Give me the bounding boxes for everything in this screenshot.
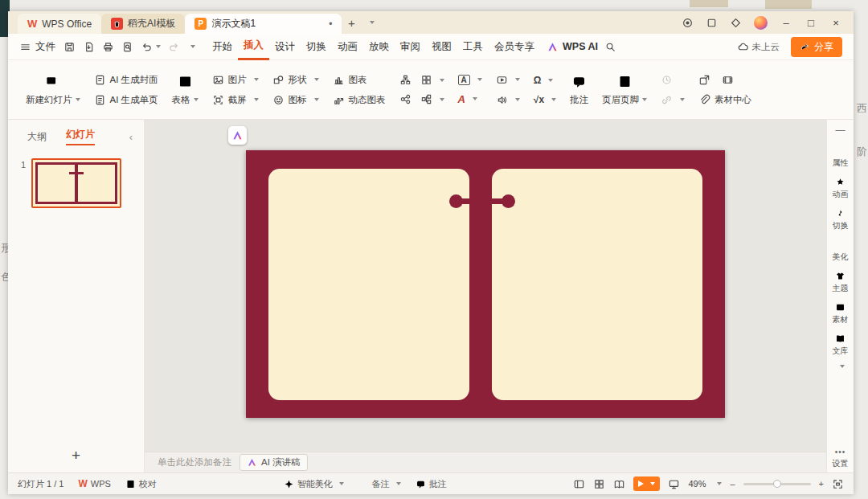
date-time-icon[interactable] xyxy=(661,74,673,86)
relation-diagram-icon[interactable] xyxy=(399,93,411,105)
sidebar-more-chevron[interactable] xyxy=(840,365,845,368)
play-slideshow-button[interactable] xyxy=(633,477,660,491)
smart-beautify-button[interactable]: 智能美化 xyxy=(284,478,344,490)
picture-button[interactable]: 图片 xyxy=(212,74,259,86)
print-preview-icon[interactable] xyxy=(121,41,133,53)
notes-toggle-button[interactable]: 备注 xyxy=(358,478,401,490)
material-center-button[interactable]: 素材中心 xyxy=(698,94,751,106)
zoom-slider-thumb[interactable] xyxy=(773,480,781,488)
zoom-out-button[interactable]: – xyxy=(730,479,735,489)
dynamic-chart-button[interactable]: 动态图表 xyxy=(333,94,386,106)
formula-sqrt-button[interactable]: √x xyxy=(534,94,556,105)
menu-review[interactable]: 审阅 xyxy=(395,34,426,60)
new-slide-button[interactable]: 新建幻灯片 xyxy=(26,74,80,106)
maximize-button[interactable]: □ xyxy=(805,17,817,29)
menu-insert[interactable]: 插入 xyxy=(238,34,269,60)
sidebar-item-beautify[interactable]: 美化 xyxy=(833,239,849,261)
tab-wps-office[interactable]: W WPS Office xyxy=(18,14,101,34)
display-icon[interactable] xyxy=(668,478,680,490)
menu-home[interactable]: 开始 xyxy=(207,34,238,60)
slide-thumbnail[interactable] xyxy=(31,158,121,208)
sidebar-item-transition[interactable]: 切换 xyxy=(833,208,849,230)
menu-design[interactable]: 设计 xyxy=(269,34,301,60)
avatar[interactable] xyxy=(754,16,768,30)
wordart-button[interactable]: A xyxy=(458,93,482,105)
wps-badge[interactable]: W WPS xyxy=(78,478,110,489)
ai-speech-button[interactable]: AI 演讲稿 xyxy=(240,454,308,471)
sidebar-item-settings[interactable]: ••• 设置 xyxy=(833,448,849,468)
quickbar-more-icon[interactable] xyxy=(190,45,195,48)
slide[interactable] xyxy=(246,150,725,418)
sidebar-item-theme[interactable]: 主题 xyxy=(833,271,849,292)
menu-transition[interactable]: 切换 xyxy=(301,34,332,60)
widgets-icon[interactable] xyxy=(730,17,742,29)
tab-docer-ai-templates[interactable]: 稻壳AI模板 xyxy=(101,14,185,34)
window-restore-icon[interactable] xyxy=(706,17,718,29)
wps-ai-floating-button[interactable] xyxy=(228,126,247,145)
new-tab-button[interactable]: + xyxy=(342,13,361,33)
zoom-slider[interactable] xyxy=(743,483,811,485)
header-footer-button[interactable]: 页眉页脚 xyxy=(602,74,647,106)
save-icon[interactable] xyxy=(63,41,76,53)
slide-sorter-icon[interactable] xyxy=(593,478,605,490)
org-chart-icon[interactable] xyxy=(399,74,411,86)
print-icon[interactable] xyxy=(102,41,114,53)
video-button[interactable] xyxy=(496,74,520,86)
zoom-level[interactable]: 49% xyxy=(688,479,706,489)
cloud-sync-status[interactable]: 未上云 xyxy=(737,41,780,53)
add-slide-button[interactable]: + xyxy=(8,439,144,472)
fit-window-icon[interactable] xyxy=(832,478,844,490)
normal-view-icon[interactable] xyxy=(573,478,585,490)
tab-list-dropdown-button[interactable] xyxy=(361,13,380,33)
audio-button[interactable] xyxy=(496,94,520,106)
share-button[interactable]: 分享 xyxy=(791,37,842,57)
undo-button[interactable] xyxy=(141,41,161,53)
tab-outline[interactable]: 大纲 xyxy=(27,130,47,144)
tab-presentation1[interactable]: P 演示文稿1 • xyxy=(185,14,342,34)
zoom-dropdown-icon[interactable] xyxy=(717,482,722,485)
clasp-right-dot-shape[interactable] xyxy=(502,194,515,208)
icon-library-button[interactable]: 图标 xyxy=(272,94,319,106)
table-button[interactable]: 表格 xyxy=(172,74,199,106)
redo-icon[interactable] xyxy=(168,41,180,53)
node-diagram-button[interactable] xyxy=(420,93,444,105)
proofread-button[interactable]: 校对 xyxy=(125,478,157,490)
message-icon[interactable] xyxy=(682,17,694,29)
ai-generate-page-button[interactable]: AI 生成单页 xyxy=(94,94,158,106)
comment-toggle-button[interactable]: 批注 xyxy=(416,478,447,490)
ai-generate-cover-button[interactable]: AI 生成封面 xyxy=(94,74,158,86)
reading-view-icon[interactable] xyxy=(613,478,625,490)
sidebar-item-library[interactable]: 文库 xyxy=(833,333,849,355)
menu-animation[interactable]: 动画 xyxy=(332,34,363,60)
hyperlink-button[interactable] xyxy=(661,94,685,106)
chart-button[interactable]: 图表 xyxy=(333,74,386,86)
search-icon[interactable] xyxy=(604,41,616,53)
comment-button[interactable]: 批注 xyxy=(570,74,588,106)
menu-slideshow[interactable]: 放映 xyxy=(363,34,395,60)
formula-omega-button[interactable]: Ω xyxy=(534,75,556,86)
screenshot-button[interactable]: 截屏 xyxy=(212,94,259,106)
editing-canvas[interactable] xyxy=(145,120,826,452)
film-icon[interactable] xyxy=(722,74,734,86)
sidebar-item-material[interactable]: 素材 xyxy=(833,302,849,324)
sidebar-collapse-dash[interactable]: — xyxy=(836,125,845,136)
minimize-button[interactable]: – xyxy=(780,17,792,29)
menu-view[interactable]: 视图 xyxy=(426,34,457,60)
right-page-shape[interactable] xyxy=(492,169,702,400)
sidebar-item-properties[interactable]: 属性 xyxy=(833,145,849,167)
shapes-button[interactable]: 形状 xyxy=(272,74,319,86)
menu-membership[interactable]: 会员专享 xyxy=(489,34,540,60)
close-button[interactable]: × xyxy=(829,17,842,29)
tab-slides[interactable]: 幻灯片 xyxy=(66,128,95,145)
menu-tools[interactable]: 工具 xyxy=(457,34,489,60)
left-page-shape[interactable] xyxy=(268,169,469,400)
file-menu-button[interactable]: 文件 xyxy=(19,40,55,54)
zoom-in-button[interactable]: + xyxy=(819,479,824,489)
insert-object-icon[interactable] xyxy=(698,74,710,86)
wps-ai-menu[interactable]: WPS AI xyxy=(547,41,598,53)
textbox-button[interactable]: A xyxy=(458,75,482,85)
export-icon[interactable] xyxy=(83,41,95,53)
clasp-left-dot-shape[interactable] xyxy=(449,194,463,208)
sidebar-item-animation[interactable]: 动画 xyxy=(833,177,849,198)
collapse-panel-button[interactable]: ‹ xyxy=(129,131,133,143)
